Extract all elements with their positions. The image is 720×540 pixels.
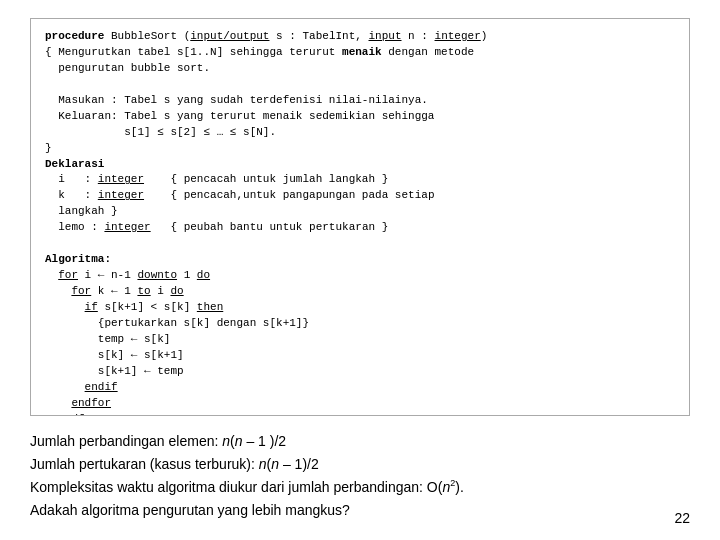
- line1-prefix: Jumlah perbandingan elemen:: [30, 433, 222, 449]
- code-line-20: temp ← s[k]: [45, 332, 675, 348]
- code-line-17: for k ← 1 to i do: [45, 284, 675, 300]
- code-line-15: Algoritma:: [45, 252, 675, 268]
- code-line-3: pengurutan bubble sort.: [45, 61, 675, 77]
- code-line-11: k : integer { pencacah,untuk pangapungan…: [45, 188, 675, 204]
- code-line-21: s[k] ← s[k+1]: [45, 348, 675, 364]
- code-line-18: if s[k+1] < s[k] then: [45, 300, 675, 316]
- slide-number: 22: [674, 510, 690, 526]
- code-line-10: i : integer { pencacah untuk jumlah lang…: [45, 172, 675, 188]
- code-line-4: [45, 77, 675, 93]
- code-line-14: [45, 236, 675, 252]
- code-line-6: Keluaran: Tabel s yang terurut menaik se…: [45, 109, 675, 125]
- bottom-line-4: Adakah algoritma pengurutan yang lebih m…: [30, 499, 690, 522]
- bottom-text: Jumlah perbandingan elemen: n(n – 1 )/2 …: [30, 430, 690, 522]
- code-line-13: lemo : integer { peubah bantu untuk pert…: [45, 220, 675, 236]
- code-line-9: Deklarasi: [45, 157, 675, 173]
- code-line-24: endfor: [45, 396, 675, 412]
- code-line-23: endif: [45, 380, 675, 396]
- code-line-7: s[1] ≤ s[2] ≤ … ≤ s[N].: [45, 125, 675, 141]
- line2-formula: n(n – 1)/2: [259, 456, 319, 472]
- bottom-line-1: Jumlah perbandingan elemen: n(n – 1 )/2: [30, 430, 690, 453]
- code-line-1: procedure BubbleSort (input/output s : T…: [45, 29, 675, 45]
- line3-prefix: Kompleksitas waktu algoritma diukur dari…: [30, 479, 464, 495]
- code-line-8: }: [45, 141, 675, 157]
- code-line-19: {pertukarkan s[k] dengan s[k+1]}: [45, 316, 675, 332]
- line2-prefix: Jumlah pertukaran (kasus terburuk):: [30, 456, 259, 472]
- code-line-25: endfor: [45, 412, 675, 416]
- code-line-5: Masukan : Tabel s yang sudah terdefenisi…: [45, 93, 675, 109]
- code-line-12: langkah }: [45, 204, 675, 220]
- bottom-line-2: Jumlah pertukaran (kasus terburuk): n(n …: [30, 453, 690, 476]
- bottom-line-3: Kompleksitas waktu algoritma diukur dari…: [30, 476, 690, 499]
- line1-formula: n(n – 1 )/2: [222, 433, 286, 449]
- code-line-22: s[k+1] ← temp: [45, 364, 675, 380]
- code-line-16: for i ← n-1 downto 1 do: [45, 268, 675, 284]
- code-line-2: { Mengurutkan tabel s[1..N] sehingga ter…: [45, 45, 675, 61]
- slide-container: procedure BubbleSort (input/output s : T…: [0, 0, 720, 540]
- code-box: procedure BubbleSort (input/output s : T…: [30, 18, 690, 416]
- line4-text: Adakah algoritma pengurutan yang lebih m…: [30, 502, 350, 518]
